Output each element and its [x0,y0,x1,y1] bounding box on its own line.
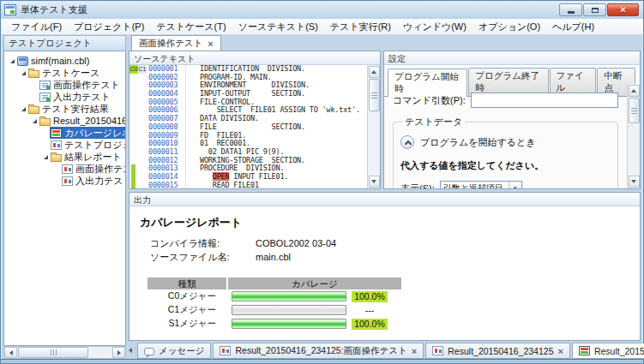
c1-gutter-cell [138,90,147,98]
tree-item-icon [62,164,73,174]
title-bar[interactable]: 単体テスト支援 × [1,1,643,19]
tree-item-label: 入出力テスト [53,91,111,104]
test-project-panel: テストプロジェクト simf(main.cbl) [3,35,126,359]
scroll-right-button[interactable] [112,347,125,358]
settings-vertical-scrollbar[interactable] [627,84,640,188]
program-start-label: プログラムを開始するとき [420,136,536,149]
bottom-tab[interactable]: メッセージ [137,343,211,359]
menu-item[interactable]: ソーステキスト(S) [232,19,324,35]
c0-gutter-cell [129,140,138,148]
tab-close-icon[interactable]: × [412,347,417,355]
scroll-thumb[interactable] [629,98,640,123]
source-editor[interactable]: 0000001 IDENTIFICATION DIVISION. 0000002… [129,65,380,188]
expander-icon[interactable] [41,155,50,159]
c0-column-header: C0 [129,65,138,74]
tree-item[interactable]: simf(main.cbl) [4,55,125,67]
menu-item[interactable]: ファイル(F) [5,19,68,35]
expander-icon[interactable] [19,107,27,111]
scroll-left-button[interactable] [4,347,17,358]
tree-item[interactable]: 画面操作テスト [4,79,125,91]
source-vertical-scrollbar[interactable] [367,65,380,188]
instruction-text: 代入する値を指定してください。 [400,159,611,172]
arrow-left-icon [9,350,13,355]
tab-scroll-left-icon[interactable] [129,348,132,353]
tree-item-icon [39,118,51,126]
dropdown-arrow-icon[interactable]: ▼ [509,182,521,188]
test-data-group-title: テストデータ [402,116,465,128]
c1-gutter-cell [138,132,147,140]
scroll-up-button[interactable] [629,85,640,97]
tree-item[interactable]: 画面操作テスト [4,163,125,175]
code-segment: DATA DIVISION. [200,114,259,122]
tree-item-icon [28,106,39,114]
tree-item[interactable]: テストプロジェクト報 [4,139,125,151]
tree-item[interactable]: 入出力テスト [4,91,125,103]
tree-item-body: 結果レポート [50,151,124,163]
menu-item[interactable]: ヘルプ(H) [546,19,600,35]
document-tab-label: 画面操作テスト [139,38,202,50]
sidebar-horizontal-scrollbar[interactable] [3,346,126,359]
output-panel: 出力 カバレージレポート コンパイラ情報: COBOL2002 03-04 ソー… [129,192,641,341]
tree-item[interactable]: テストケース [4,67,125,79]
tab-close-icon[interactable]: × [208,39,213,48]
tree-item-icon [51,128,62,138]
code-segment [200,172,213,181]
scroll-down-button[interactable] [369,176,380,188]
collapse-button[interactable] [400,135,414,149]
close-button[interactable]: × [607,3,639,16]
code-segment: FILE-CONTROL. [200,98,255,106]
tree-item[interactable]: Result_20150416_234 [4,115,125,127]
c1-gutter-cell [138,164,147,173]
command-args-input[interactable] [471,92,618,108]
highlighted-keyword: OPEN [213,172,230,181]
bottom-tab[interactable]: Result_20150416_234125 × [572,343,644,359]
expander-icon[interactable] [19,71,27,75]
c1-gutter-cell [138,140,147,148]
main-area: 画面操作テスト × ソーステキスト 0000001 [129,35,641,359]
tree-item-icon [17,57,28,66]
settings-panel-header: 設定 [384,51,640,65]
c0-gutter-cell [129,164,138,173]
menu-item[interactable]: プロジェクト(P) [68,19,150,35]
bottom-tab[interactable]: Result_20150416_234125:画面操作テスト × [213,343,424,359]
tree-item-label: 画面操作テスト [53,79,120,92]
code-segment: SELECT FILE01 ASSIGN TO 'wk.txt'. [200,105,360,114]
menu-item[interactable]: テスト実行(R) [324,19,397,35]
tree-item-body: 入出力テスト [61,175,126,187]
tree-item[interactable]: カバレージレポート [4,127,125,139]
tree-item[interactable]: 入出力テスト [4,175,125,187]
scroll-down-button[interactable] [629,176,640,188]
menu-item[interactable]: オプション(O) [472,19,546,35]
c0-gutter-cell [129,90,138,98]
report-info: コンパイラ情報: COBOL2002 03-04 ソースファイル名: main.… [140,236,640,264]
scroll-thumb[interactable] [18,347,88,358]
window-title: 単体テスト支援 [21,3,87,16]
document-tab[interactable]: 画面操作テスト × [131,35,221,51]
display-dropdown[interactable]: 引数と返却項目 ▼ [440,181,522,188]
minimize-icon [568,11,575,14]
tab-close-icon[interactable]: × [557,347,563,355]
tree-item-body: simf(main.cbl) [16,55,92,67]
maximize-button[interactable] [583,3,606,16]
expander-icon[interactable] [30,119,39,123]
scroll-up-button[interactable] [369,66,380,78]
c1-gutter-cell [138,173,147,182]
tree-item[interactable]: 結果レポート [4,151,125,163]
code-segment: 01 REC0001. [200,139,250,147]
minimize-button[interactable] [559,3,582,16]
menu-item[interactable]: テストケース(T) [150,19,232,35]
bottom-tab[interactable]: Result_20150416_234125 × [425,343,570,359]
tree-item-body: テスト実行結果 [27,103,111,115]
tab-icon [432,346,443,355]
tree-item-icon [62,176,73,186]
menu-item[interactable]: ウィンドウ(W) [397,19,472,35]
tree-item-body: テストプロジェクト報 [50,139,126,151]
c1-gutter-cell [138,157,147,165]
output-panel-header: 出力 [129,193,640,206]
scroll-thumb[interactable] [369,79,380,111]
coverage-gutter-header: C0 C1 [129,65,147,74]
expander-icon[interactable] [8,59,16,63]
code-segment: ENVIRONMENT DIVISION. [200,81,310,89]
tree-item[interactable]: テスト実行結果 [4,103,125,115]
c1-gutter-cell [138,81,147,90]
